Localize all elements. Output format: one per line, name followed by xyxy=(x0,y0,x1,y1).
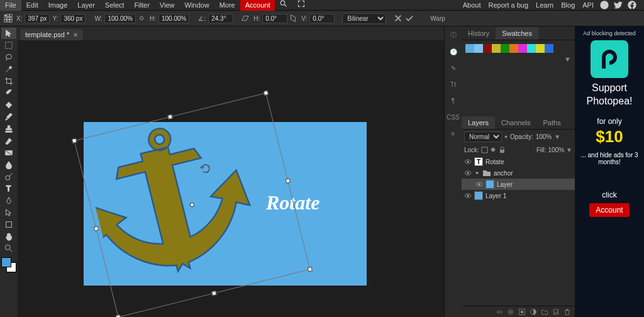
menu-view[interactable]: View xyxy=(155,0,180,11)
heal-tool[interactable] xyxy=(1,99,16,111)
brush-tool[interactable] xyxy=(1,111,16,123)
wand-tool[interactable] xyxy=(1,64,16,75)
lock-pixels-icon[interactable] xyxy=(481,147,488,153)
interpolation-select[interactable]: Bilinear xyxy=(342,13,386,24)
marquee-tool[interactable] xyxy=(1,40,16,51)
layer-mask-icon[interactable] xyxy=(518,308,526,316)
menu-image[interactable]: Image xyxy=(43,0,73,11)
layer-row[interactable]: TRotate xyxy=(462,156,575,167)
swatch[interactable] xyxy=(545,44,553,53)
swatch[interactable] xyxy=(483,44,492,53)
canvas[interactable]: Rotate xyxy=(84,122,367,286)
menu-layer[interactable]: Layer xyxy=(72,0,100,11)
new-layer-icon[interactable] xyxy=(552,308,560,316)
quickpanel-2[interactable]: ✎ xyxy=(447,62,460,74)
tab-swatches[interactable]: Swatches xyxy=(496,27,538,40)
visibility-icon[interactable] xyxy=(475,181,483,188)
lasso-tool[interactable] xyxy=(1,52,16,63)
angle-input[interactable]: 24.3° xyxy=(208,14,233,23)
link-learn[interactable]: Learn xyxy=(532,1,557,9)
ad-account-button[interactable]: Account xyxy=(589,203,629,217)
layer-name[interactable]: anchor xyxy=(494,170,513,177)
warp-button[interactable]: Warp xyxy=(430,15,445,22)
quickpanel-4[interactable]: ¶ xyxy=(447,94,460,107)
layer-row[interactable]: Layer xyxy=(462,179,575,190)
new-folder-icon[interactable] xyxy=(541,308,548,316)
swatch[interactable] xyxy=(474,44,483,53)
link-about[interactable]: About xyxy=(459,1,485,9)
skew-h-input[interactable]: 0.0° xyxy=(262,14,287,23)
layer-fx-icon[interactable] xyxy=(507,308,514,316)
type-tool[interactable]: T xyxy=(1,183,16,194)
y-input[interactable]: 360 px xyxy=(60,14,86,23)
document-tab[interactable]: template.psd *✕ xyxy=(20,29,83,40)
h-input[interactable]: 100.00% xyxy=(158,14,189,23)
dodge-tool[interactable] xyxy=(1,171,16,182)
menu-file[interactable]: File xyxy=(0,0,21,11)
swatch-more-icon[interactable]: ▼ xyxy=(465,55,571,63)
menu-filter[interactable]: Filter xyxy=(129,0,154,11)
swatch[interactable] xyxy=(518,44,527,53)
layer-row[interactable]: anchor xyxy=(462,167,575,179)
layer-row[interactable]: Layer 1 xyxy=(462,190,575,201)
shape-tool[interactable] xyxy=(1,219,16,230)
link-report-a-bug[interactable]: Report a bug xyxy=(484,1,532,9)
cancel-icon[interactable] xyxy=(394,14,402,23)
visibility-icon[interactable] xyxy=(464,158,472,165)
quickpanel-0[interactable]: ⓘ xyxy=(447,29,460,42)
link-layers-icon[interactable] xyxy=(496,308,503,316)
quickpanel-6[interactable]: ≡ xyxy=(447,127,460,140)
adjustment-layer-icon[interactable] xyxy=(530,308,537,316)
layer-name[interactable]: Layer xyxy=(497,181,513,188)
layer-name[interactable]: Layer 1 xyxy=(486,192,506,199)
swatch[interactable] xyxy=(465,44,474,53)
link-blog[interactable]: Blog xyxy=(557,1,579,9)
lock-position-icon[interactable] xyxy=(490,147,497,153)
quickpanel-3[interactable]: Tt xyxy=(447,78,460,91)
handle-tl[interactable] xyxy=(72,138,77,143)
stamp-tool[interactable] xyxy=(1,123,16,135)
handle-bm[interactable] xyxy=(211,291,216,296)
skew-v-input[interactable]: 0.0° xyxy=(309,14,335,23)
tab-layers[interactable]: Layers xyxy=(462,116,495,129)
color-picker[interactable] xyxy=(1,257,16,272)
handle-tr[interactable] xyxy=(264,91,269,96)
swatch[interactable] xyxy=(501,44,509,53)
twitter-icon[interactable] xyxy=(613,0,623,10)
pen-tool[interactable] xyxy=(1,195,16,206)
x-input[interactable]: 397 px xyxy=(25,14,50,23)
crop-tool[interactable] xyxy=(1,75,16,87)
reddit-icon[interactable] xyxy=(599,0,609,10)
visibility-icon[interactable] xyxy=(464,192,472,199)
fullscreen-icon[interactable] xyxy=(292,0,310,11)
close-icon[interactable]: ✕ xyxy=(73,31,78,38)
menu-select[interactable]: Select xyxy=(100,0,130,11)
lock-all-icon[interactable] xyxy=(499,147,506,153)
path-select-tool[interactable] xyxy=(1,207,16,218)
eyedropper-tool[interactable] xyxy=(1,87,16,99)
fill-value[interactable]: 100% xyxy=(548,147,565,153)
eraser-tool[interactable] xyxy=(1,135,16,147)
quickpanel-1[interactable]: 🕐 xyxy=(447,45,460,58)
menu-account[interactable]: Account xyxy=(240,0,275,11)
search-icon[interactable] xyxy=(275,0,292,11)
folder-arrow-icon[interactable] xyxy=(474,170,480,176)
blend-mode-select[interactable]: Normal xyxy=(464,131,502,142)
handle-bl[interactable] xyxy=(116,314,121,317)
layer-name[interactable]: Rotate xyxy=(486,158,504,165)
confirm-icon[interactable] xyxy=(405,14,414,23)
link-api[interactable]: API xyxy=(579,1,597,9)
move-tool[interactable] xyxy=(1,28,16,39)
menu-more[interactable]: More xyxy=(214,0,240,11)
facebook-icon[interactable] xyxy=(627,0,637,10)
blur-tool[interactable] xyxy=(1,159,16,170)
tab-paths[interactable]: Paths xyxy=(537,116,567,129)
fg-color[interactable] xyxy=(1,257,11,267)
swatch[interactable] xyxy=(492,44,501,53)
opacity-value[interactable]: 100% xyxy=(536,133,552,140)
quickpanel-5[interactable]: CSS xyxy=(447,111,460,123)
transform-anchor-icon[interactable] xyxy=(4,14,13,23)
tab-channels[interactable]: Channels xyxy=(495,116,536,129)
swatch[interactable] xyxy=(536,44,545,53)
zoom-tool[interactable] xyxy=(1,243,16,254)
